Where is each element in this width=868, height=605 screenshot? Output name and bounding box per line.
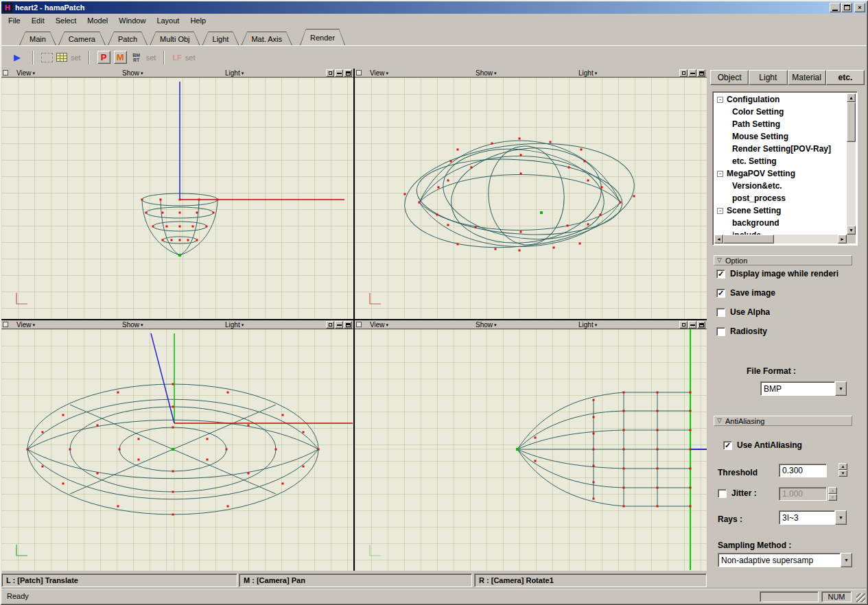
scroll-up-button[interactable]: ▲ (847, 93, 856, 102)
panel-tab-light[interactable]: Light (749, 70, 787, 85)
scroll-track[interactable] (847, 102, 856, 226)
viewport-button[interactable] (326, 69, 334, 77)
tab-main[interactable]: Main (19, 32, 56, 45)
close-button[interactable]: × (854, 3, 865, 12)
tab-render[interactable]: Render (300, 29, 345, 45)
viewport-button[interactable] (688, 69, 696, 77)
tree-item[interactable]: Color Setting (714, 106, 847, 118)
file-format-combobox[interactable]: BMP ▼ (760, 381, 847, 396)
panel-tab-etc[interactable]: etc. (826, 70, 865, 85)
grid-table-icon[interactable] (56, 53, 67, 62)
viewport-button[interactable] (326, 321, 334, 329)
panel-tab-material[interactable]: Material (788, 70, 826, 85)
viewport-button[interactable] (679, 69, 688, 77)
tree-item[interactable]: etc. Setting (714, 155, 847, 167)
tree-item[interactable]: Render Setting[POV-Ray] (714, 143, 847, 155)
viewport-button[interactable] (335, 69, 343, 77)
jitter-checkbox[interactable] (718, 489, 727, 498)
tree-node[interactable]: -MegaPOV Setting (714, 167, 847, 180)
viewport-button[interactable] (679, 321, 688, 329)
checkbox-radiosity[interactable] (716, 327, 725, 336)
dropdown-button[interactable]: ▼ (835, 510, 847, 525)
render-play-button[interactable]: ▶ (10, 52, 25, 62)
viewport-button[interactable] (344, 69, 352, 77)
tree-horizontal-scrollbar[interactable]: ◄ ► (714, 235, 847, 244)
tab-light[interactable]: Light (202, 32, 239, 45)
show-menu[interactable]: Show▾ (476, 69, 497, 78)
panel-tab-object[interactable]: Object (710, 70, 749, 85)
menu-item-file[interactable]: File (3, 14, 26, 27)
dropdown-button[interactable]: ▼ (841, 553, 852, 567)
spin-up-button[interactable]: ▲ (838, 463, 847, 470)
viewport-button[interactable] (335, 321, 343, 329)
tree-collapse-icon[interactable]: - (717, 97, 723, 103)
checkbox-display-image-while-renderi[interactable]: ✓ (716, 270, 725, 278)
menu-item-select[interactable]: Select (50, 14, 82, 27)
sampling-method-value[interactable]: Non-adaptive supersamp (718, 553, 841, 567)
viewport-button[interactable] (344, 321, 352, 329)
viewport-canvas[interactable] (355, 78, 707, 319)
bm-rt-icon[interactable]: BMRT (130, 53, 143, 62)
menu-item-help[interactable]: Help (185, 14, 211, 27)
tree-item[interactable]: Path Setting (714, 118, 847, 130)
viewport-canvas[interactable] (1, 78, 353, 319)
tab-patch[interactable]: Patch (108, 32, 148, 45)
viewport-canvas[interactable] (1, 329, 353, 571)
scroll-track[interactable] (723, 235, 838, 244)
menu-item-edit[interactable]: Edit (26, 14, 50, 27)
tree-item[interactable]: Version&etc. (714, 180, 847, 192)
light-menu[interactable]: Light▾ (225, 69, 244, 78)
view-menu[interactable]: View▾ (370, 69, 388, 78)
pov-button[interactable]: P (97, 51, 110, 64)
tree-item[interactable]: background (714, 217, 847, 229)
menu-item-window[interactable]: Window (113, 14, 151, 27)
scroll-down-button[interactable]: ▼ (847, 226, 856, 235)
tab-mat-axis[interactable]: Mat. Axis (241, 32, 292, 45)
tree-item[interactable]: include (714, 229, 847, 235)
scroll-right-button[interactable]: ► (838, 235, 847, 244)
view-menu[interactable]: View▾ (370, 320, 388, 329)
menu-item-model[interactable]: Model (82, 14, 113, 27)
view-menu[interactable]: View▾ (16, 320, 35, 329)
light-menu[interactable]: Light▾ (578, 69, 597, 78)
scroll-left-button[interactable]: ◄ (714, 235, 723, 244)
checkbox-save-image[interactable]: ✓ (716, 289, 725, 298)
checkbox-use-alpha[interactable] (716, 308, 725, 317)
viewport-button[interactable] (697, 69, 705, 77)
tree-node[interactable]: -Configulation (714, 93, 847, 106)
threshold-input[interactable] (779, 464, 827, 477)
spin-down-button[interactable]: ▼ (838, 470, 847, 477)
use-antialiasing-checkbox[interactable]: ✓ (723, 441, 732, 450)
view-menu[interactable]: View▾ (16, 69, 35, 78)
show-menu[interactable]: Show▾ (122, 320, 143, 329)
rays-value[interactable]: 3I~3 (779, 510, 835, 525)
scroll-thumb[interactable] (723, 235, 774, 244)
viewport-button[interactable] (688, 321, 696, 329)
viewport-button[interactable] (697, 321, 705, 329)
tree-node[interactable]: -Scene Setting (714, 204, 847, 217)
tree-collapse-icon[interactable]: - (717, 208, 723, 214)
show-menu[interactable]: Show▾ (122, 69, 143, 78)
resize-grip[interactable] (856, 593, 865, 602)
light-menu[interactable]: Light▾ (225, 320, 244, 329)
rays-combobox[interactable]: 3I~3 ▼ (779, 510, 847, 525)
option-section-header[interactable]: ▽ Option (714, 255, 852, 265)
antialiasing-section-header[interactable]: ▽ AntiAliasing (714, 416, 852, 426)
sampling-method-combobox[interactable]: Non-adaptive supersamp ▼ (718, 553, 852, 567)
tree-collapse-icon[interactable]: - (717, 171, 723, 177)
light-menu[interactable]: Light▾ (578, 320, 597, 329)
show-menu[interactable]: Show▾ (476, 320, 497, 329)
file-format-value[interactable]: BMP (760, 381, 835, 396)
tab-multi-obj[interactable]: Multi Obj (150, 32, 200, 45)
minimize-button[interactable] (830, 3, 841, 12)
dropdown-button[interactable]: ▼ (835, 381, 847, 396)
tree-item[interactable]: Mouse Setting (714, 130, 847, 143)
menu-item-layout[interactable]: Layout (151, 14, 185, 27)
maximize-button[interactable] (841, 3, 852, 12)
viewport-canvas[interactable] (355, 329, 707, 571)
tree-item[interactable]: post_process (714, 192, 847, 204)
scroll-thumb[interactable] (847, 102, 856, 142)
megapov-button[interactable]: M (114, 51, 127, 64)
tree-vertical-scrollbar[interactable]: ▲ ▼ (847, 93, 856, 235)
tab-camera[interactable]: Camera (58, 32, 106, 45)
